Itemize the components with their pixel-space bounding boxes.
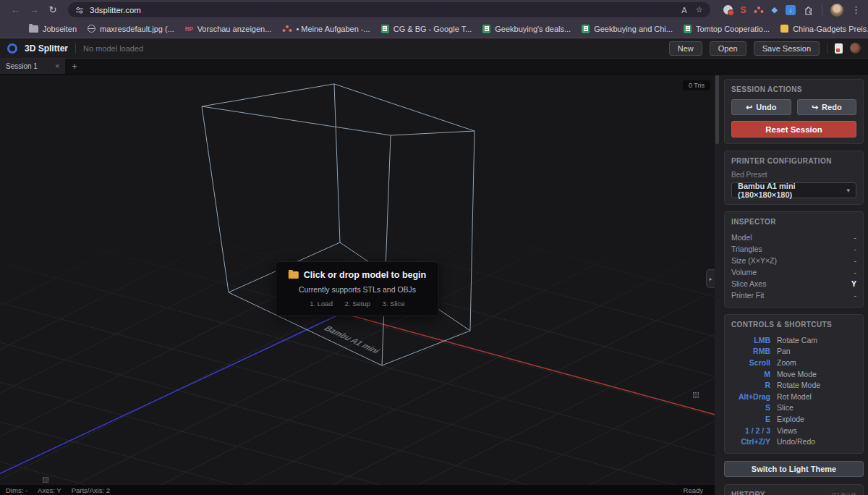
sidebar-scrollbar[interactable]	[715, 75, 720, 495]
viewport-3d[interactable]: Bambu A1 mini 0 Tris Click or drop model…	[0, 75, 715, 485]
history-card: HISTORY CLEAR [14:42:48] [Session 1] Cre…	[724, 484, 864, 495]
bookmark-label: maxresdefault.jpg (...	[100, 25, 174, 33]
redo-button[interactable]: ↪ Redo	[797, 99, 857, 115]
document-icon[interactable]	[835, 43, 843, 54]
step-setup: 2. Setup	[345, 300, 370, 308]
sidebar-collapse-handle[interactable]: ▸	[706, 269, 715, 288]
bed-preset-select[interactable]: Bambu A1 mini (180×180×180) ▾	[731, 182, 856, 198]
status-bar: Dims: - Axes: Y Parts/Axis: 2 Ready	[0, 485, 715, 495]
sheets-favicon	[381, 25, 389, 33]
triangle-count-badge: 0 Tris	[683, 80, 710, 90]
diamond-extension-icon[interactable]: ◆	[772, 5, 778, 14]
asana-extension-icon[interactable]	[754, 7, 764, 14]
scrollbar-thumb[interactable]	[715, 75, 719, 144]
printer-configuration-card: PRINTER CONFIGURATION Bed Preset Bambu A…	[724, 151, 864, 205]
app-header: 3D Splitter No model loaded New Open Sav…	[0, 38, 868, 59]
bookmark-label: • Meine Aufgaben -...	[296, 25, 370, 33]
browser-menu-icon[interactable]: ⋮	[851, 4, 861, 15]
bookmark-geekbuying-deals[interactable]: Geekbuying's deals...	[482, 25, 571, 33]
inspector-label: Slice Axes	[731, 279, 766, 288]
undo-label: Undo	[756, 103, 776, 111]
model-status-text: No model loaded	[83, 44, 143, 53]
inspector-row: Volume -	[731, 266, 856, 278]
shortcut-desc: Views	[777, 426, 797, 435]
undo-button[interactable]: ↩ Undo	[731, 99, 791, 115]
section-title: SESSION ACTIONS	[731, 85, 856, 93]
bookmark-china-gadgets[interactable]: China-Gadgets Preis...	[780, 25, 868, 33]
shortcut-key: M	[731, 370, 770, 378]
download-icon[interactable]: ↓	[786, 5, 796, 15]
main-area: Bambu A1 mini 0 Tris Click or drop model…	[0, 75, 868, 495]
new-button[interactable]: New	[669, 41, 702, 56]
shortcut-row: E Explode	[731, 413, 856, 425]
address-bar[interactable]: 3dsplitter.com A ☆	[68, 2, 710, 17]
globe-icon	[88, 25, 95, 33]
forward-icon[interactable]: →	[26, 4, 42, 15]
shortcut-key: Ctrl+Z/Y	[731, 437, 770, 446]
bookmark-vorschau[interactable]: RP Vorschau anzeigen...	[185, 25, 272, 33]
session-actions-card: SESSION ACTIONS ↩ Undo ↪ Redo Reset Sess…	[724, 79, 864, 144]
extension-s-icon[interactable]: S	[741, 5, 746, 15]
tab-session-1[interactable]: Session 1 ×	[0, 59, 65, 74]
sheets-favicon	[482, 25, 490, 33]
inspector-value: Y	[851, 279, 856, 288]
back-icon[interactable]: ←	[7, 4, 23, 15]
bookmark-label: Tomtop Cooperatio...	[696, 25, 770, 33]
open-button[interactable]: Open	[710, 41, 746, 56]
bookmark-maxresdefault[interactable]: maxresdefault.jpg (...	[88, 25, 174, 33]
app-logo-icon	[7, 43, 17, 54]
switch-theme-button[interactable]: Switch to Light Theme	[724, 461, 864, 477]
shortcut-row: Ctrl+Z/Y Undo/Redo	[731, 436, 856, 447]
shortcut-key: Scroll	[731, 358, 770, 367]
shortcut-key: R	[731, 381, 770, 389]
inspector-row: Triangles -	[731, 243, 856, 255]
bookmark-star-icon[interactable]: ☆	[696, 5, 703, 14]
drop-model-overlay[interactable]: Click or drop model to begin Currently s…	[276, 261, 439, 316]
status-parts: Parts/Axis: 2	[72, 486, 110, 494]
bookmark-label: CG & BG - Google T...	[393, 25, 472, 33]
extension-notification-icon[interactable]	[723, 5, 733, 14]
extensions-puzzle-icon[interactable]	[804, 5, 814, 15]
shortcut-row: RMB Pan	[731, 346, 856, 358]
shortcut-desc: Pan	[777, 347, 791, 355]
session-tab-bar: Session 1 × +	[0, 59, 868, 75]
new-session-tab-button[interactable]: +	[65, 59, 84, 74]
inspector-label: Size (X×Y×Z)	[731, 256, 777, 265]
save-session-button[interactable]: Save Session	[754, 41, 820, 56]
bookmark-cg-bg[interactable]: CG & BG - Google T...	[381, 25, 472, 33]
section-title: CONTROLS & SHORTCUTS	[731, 321, 856, 329]
china-gadgets-favicon	[780, 25, 788, 33]
chevron-down-icon: ▾	[846, 187, 850, 194]
bookmark-meine-aufgaben[interactable]: • Meine Aufgaben -...	[282, 25, 370, 33]
bookmark-tomtop[interactable]: Tomtop Cooperatio...	[684, 25, 770, 33]
inspector-row: Printer Fit -	[731, 289, 856, 301]
asana-favicon	[282, 25, 292, 33]
bookmark-jobseiten[interactable]: Jobseiten	[29, 25, 77, 33]
shortcut-key: 1 / 2 / 3	[731, 426, 770, 435]
overlay-title-row: Click or drop model to begin	[289, 270, 426, 280]
sheets-favicon	[684, 25, 692, 33]
section-title: HISTORY	[731, 491, 765, 495]
rp-favicon: RP	[185, 25, 193, 33]
profile-avatar[interactable]	[830, 4, 843, 17]
tab-close-icon[interactable]: ×	[55, 62, 59, 70]
shortcut-key: Alt+Drag	[731, 392, 770, 401]
site-info-icon[interactable]	[75, 6, 84, 14]
history-clear-button[interactable]: CLEAR	[832, 491, 856, 495]
controls-shortcuts-card: CONTROLS & SHORTCUTS LMB Rotate Cam RMB …	[724, 314, 864, 454]
url-text: 3dsplitter.com	[90, 6, 141, 14]
shortcut-key: LMB	[731, 336, 770, 344]
bookmark-geekbuying-chi[interactable]: Geekbuying and Chi...	[582, 25, 673, 33]
translate-icon[interactable]: A	[681, 6, 686, 14]
shortcut-desc: Rotate Mode	[777, 381, 820, 389]
redo-icon: ↪	[812, 103, 818, 112]
folder-open-icon	[289, 271, 299, 279]
inspector-label: Volume	[731, 268, 757, 276]
bookmark-label: Jobseiten	[43, 25, 77, 33]
coffee-icon[interactable]	[850, 43, 861, 54]
shortcut-desc: Explode	[777, 415, 804, 423]
reload-icon[interactable]: ↻	[45, 4, 61, 15]
reset-session-button[interactable]: Reset Session	[731, 121, 856, 138]
inspector-label: Printer Fit	[731, 291, 765, 300]
shortcut-row: S Slice	[731, 402, 856, 414]
